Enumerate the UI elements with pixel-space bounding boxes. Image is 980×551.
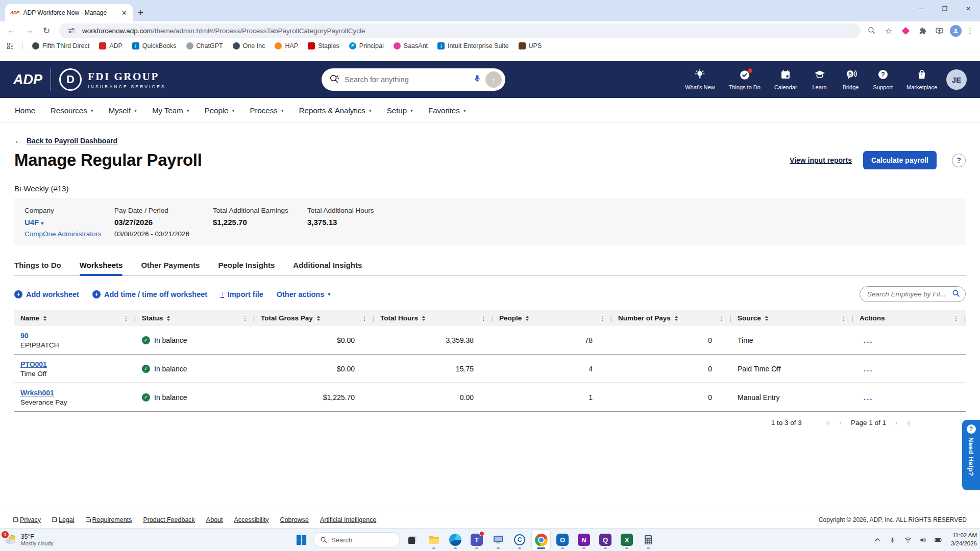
sort-icon[interactable] xyxy=(765,316,768,321)
nav-item[interactable]: Setup ▾ xyxy=(379,98,421,122)
apps-grid-icon[interactable] xyxy=(7,43,13,49)
column-menu-icon[interactable]: ⋮ xyxy=(241,314,248,322)
first-page-button[interactable]: |‹ xyxy=(826,419,830,427)
bookmark-item[interactable]: Fifth Third Direct xyxy=(32,42,89,49)
address-bar[interactable]: workforcenow.adp.com/theme/admin.html#/P… xyxy=(59,23,861,38)
company-selector[interactable]: U4F▾ xyxy=(24,218,114,227)
pinned-extension-icon[interactable] xyxy=(899,24,912,37)
bookmark-item[interactable]: UPS xyxy=(519,42,542,49)
header-icon-item[interactable]: B Bridge xyxy=(842,69,860,90)
microphone-icon[interactable] xyxy=(473,74,481,85)
footer-link[interactable]: Legal xyxy=(52,516,75,523)
tab-item[interactable]: Additional Insights xyxy=(293,261,362,275)
employee-search-input[interactable] xyxy=(867,290,949,298)
company-admin-link[interactable]: CompOne Administrators xyxy=(24,230,114,238)
nav-item[interactable]: Myself ▾ xyxy=(101,98,144,122)
footer-link[interactable]: Privacy xyxy=(13,516,41,523)
add-worksheet-button[interactable]: +Add worksheet xyxy=(14,290,79,298)
nav-item[interactable]: Home xyxy=(7,98,43,122)
site-settings-icon[interactable] xyxy=(65,24,78,37)
column-header[interactable]: Actions ⋮| xyxy=(853,310,966,326)
edge-icon[interactable] xyxy=(446,530,464,550)
other-actions-button[interactable]: Other actions▾ xyxy=(277,290,331,298)
sort-icon[interactable] xyxy=(675,316,678,321)
footer-link[interactable]: Cobrowse xyxy=(280,516,309,523)
start-button[interactable] xyxy=(292,530,310,550)
footer-link[interactable]: Product Feedback xyxy=(143,516,194,523)
header-icon-item[interactable]: Calendar xyxy=(774,69,797,90)
window-minimize-button[interactable]: — xyxy=(910,0,933,17)
employee-search[interactable] xyxy=(860,286,966,302)
zoom-icon[interactable] xyxy=(866,24,878,37)
nav-item[interactable]: Reports & Analytics ▾ xyxy=(291,98,379,122)
sort-icon[interactable] xyxy=(43,316,46,321)
teams-icon[interactable]: T xyxy=(468,530,486,550)
task-view-icon[interactable] xyxy=(403,530,422,550)
q-app-icon[interactable]: Q xyxy=(596,530,615,550)
column-menu-icon[interactable]: ⋮ xyxy=(718,314,725,322)
global-search-input[interactable] xyxy=(345,76,468,84)
column-header[interactable]: Source ⋮| xyxy=(731,310,853,326)
import-file-button[interactable]: ↑Import file xyxy=(220,290,263,298)
nav-item[interactable]: My Team ▾ xyxy=(144,98,197,122)
bookmark-star-icon[interactable]: ☆ xyxy=(883,24,895,37)
footer-link[interactable]: Accessibility xyxy=(234,516,269,523)
onenote-icon[interactable]: N xyxy=(575,530,593,550)
global-search[interactable]: ↑ xyxy=(322,68,505,91)
user-avatar[interactable]: JE xyxy=(946,69,967,90)
column-header[interactable]: Total Hours ⋮| xyxy=(374,310,493,326)
column-menu-icon[interactable]: ⋮ xyxy=(952,314,959,322)
window-close-button[interactable]: ✕ xyxy=(957,0,980,17)
back-to-payroll-dashboard-link[interactable]: Back to Payroll Dashboard xyxy=(27,137,117,145)
forward-button[interactable]: → xyxy=(21,23,37,38)
sort-icon[interactable] xyxy=(422,316,425,321)
worksheet-link[interactable]: Wrksh001 xyxy=(20,389,54,397)
taskbar-search-input[interactable] xyxy=(331,536,382,544)
browser-tab[interactable]: ADP ADP Workforce Now - Manage ✕ xyxy=(5,4,133,21)
browser-menu-icon[interactable]: ⋮ xyxy=(966,26,974,35)
nav-item[interactable]: Resources ▾ xyxy=(43,98,101,122)
taskbar-search[interactable] xyxy=(313,532,400,547)
c-app-icon[interactable]: C xyxy=(510,530,529,550)
need-help-tab[interactable]: ? Need Help? xyxy=(962,420,980,490)
header-icon-item[interactable]: What's New xyxy=(685,69,715,90)
footer-link[interactable]: About xyxy=(206,516,223,523)
column-menu-icon[interactable]: ⋮ xyxy=(599,314,605,322)
file-explorer-icon[interactable] xyxy=(425,530,443,550)
footer-link[interactable]: Artificial Intelligence xyxy=(320,516,376,523)
reload-button[interactable]: ↻ xyxy=(39,23,54,38)
footer-link[interactable]: Requirements xyxy=(86,516,132,523)
bookmark-item[interactable]: ChatGPT xyxy=(186,42,223,49)
bookmark-item[interactable]: HAP xyxy=(275,42,298,49)
outlook-icon[interactable]: O xyxy=(553,530,572,550)
header-icon-item[interactable]: Learn xyxy=(811,69,828,90)
chrome-icon[interactable] xyxy=(532,530,550,550)
column-header[interactable]: Number of Pays ⋮| xyxy=(612,310,731,326)
header-icon-item[interactable]: ? Support xyxy=(873,69,893,90)
taskbar-clock[interactable]: 11:02 AM 3/24/2026 xyxy=(951,532,977,547)
bookmark-item[interactable]: | Intuit Enterprise Suite xyxy=(437,42,509,49)
browser-profile-avatar[interactable] xyxy=(950,25,962,37)
search-submit-button[interactable]: ↑ xyxy=(485,71,502,88)
column-header[interactable]: People ⋮| xyxy=(493,310,612,326)
sort-icon[interactable] xyxy=(317,316,320,321)
bookmark-item[interactable]: SaasAnt xyxy=(394,42,428,49)
bookmark-item[interactable]: P Principal xyxy=(349,42,384,49)
column-menu-icon[interactable]: ⋮ xyxy=(361,314,368,322)
calculate-payroll-button[interactable]: Calculate payroll xyxy=(863,151,937,169)
tab-close-icon[interactable]: ✕ xyxy=(120,9,129,17)
nav-item[interactable]: Favorites ▾ xyxy=(421,98,474,122)
calculator-icon[interactable] xyxy=(639,530,657,550)
worksheet-link[interactable]: PTO001 xyxy=(20,360,47,368)
send-to-device-icon[interactable] xyxy=(933,24,945,37)
window-maximize-button[interactable]: ❐ xyxy=(933,0,957,17)
row-actions-button[interactable]: ... xyxy=(864,364,873,373)
tray-chevron-up-icon[interactable] xyxy=(872,534,883,546)
bookmark-item[interactable]: Staples xyxy=(308,42,339,49)
column-header[interactable]: Total Gross Pay ⋮| xyxy=(255,310,374,326)
column-header[interactable]: Name ⋮| xyxy=(14,310,136,326)
column-menu-icon[interactable]: ⋮ xyxy=(480,314,486,322)
bookmark-item[interactable]: | QuickBooks xyxy=(132,42,177,49)
nav-item[interactable]: Process ▾ xyxy=(242,98,291,122)
tab-item[interactable]: Worksheets xyxy=(80,261,123,275)
